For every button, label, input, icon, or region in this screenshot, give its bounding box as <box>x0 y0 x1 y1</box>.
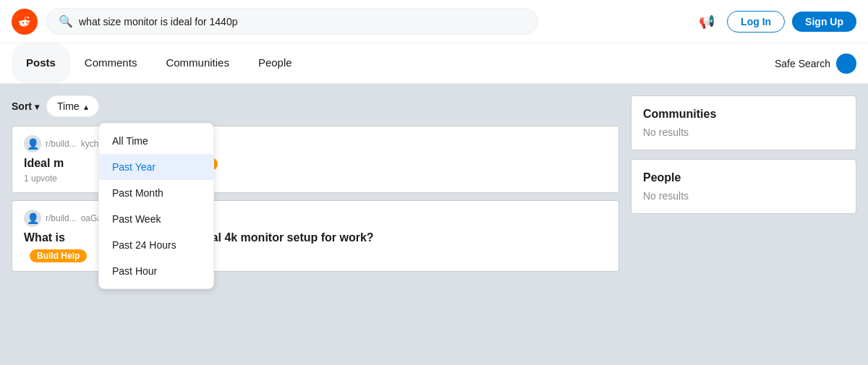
dropdown-item-all-time[interactable]: All Time <box>99 128 213 154</box>
safe-search-toggle[interactable]: Safe Search <box>775 53 856 74</box>
time-dropdown: All Time Past Year Past Month Past Week … <box>98 123 214 289</box>
reddit-logo[interactable] <box>12 9 38 35</box>
sidebar-people-card: People No results <box>631 159 856 214</box>
safe-search-label: Safe Search <box>775 58 830 69</box>
tab-comments[interactable]: Comments <box>70 43 152 83</box>
dropdown-item-past-hour[interactable]: Past Hour <box>99 258 213 284</box>
time-filter-button[interactable]: Time <box>46 95 99 117</box>
sidebar-people-title: People <box>643 171 844 184</box>
post-tag: Build Help <box>30 249 87 262</box>
post-subreddit: r/build... <box>46 139 77 149</box>
sidebar-communities-card: Communities No results <box>631 95 856 150</box>
sidebar: Communities No results People No results <box>631 95 856 279</box>
time-chevron-icon <box>84 100 88 112</box>
main-content: Sort Time All Time Past Year Past Month … <box>0 84 868 291</box>
search-icon: 🔍 <box>59 14 73 28</box>
sidebar-communities-title: Communities <box>643 108 844 121</box>
dropdown-item-past-year[interactable]: Past Year <box>99 154 213 180</box>
subreddit-icon: 👤 <box>24 135 41 153</box>
search-input[interactable] <box>79 16 526 27</box>
sidebar-communities-empty: No results <box>643 126 844 138</box>
header-right: 📢 Log In Sign Up <box>694 9 856 35</box>
safe-search-circle <box>836 53 856 74</box>
dropdown-item-past-month[interactable]: Past Month <box>99 180 213 206</box>
search-bar[interactable]: 🔍 <box>46 8 538 35</box>
sort-chevron-icon <box>35 100 39 112</box>
notification-icon[interactable]: 📢 <box>694 9 720 35</box>
tab-communities[interactable]: Communities <box>151 43 244 83</box>
tab-people[interactable]: People <box>244 43 307 83</box>
signup-button[interactable]: Sign Up <box>792 12 856 32</box>
sort-button[interactable]: Sort <box>12 100 39 112</box>
posts-column: Sort Time All Time Past Year Past Month … <box>12 95 619 279</box>
sort-row: Sort Time All Time Past Year Past Month … <box>12 95 619 117</box>
tab-posts[interactable]: Posts <box>12 43 70 83</box>
dropdown-item-past-week[interactable]: Past Week <box>99 206 213 232</box>
login-button[interactable]: Log In <box>727 11 785 33</box>
subreddit-icon: 👤 <box>24 210 41 227</box>
dropdown-item-past-24-hours[interactable]: Past 24 Hours <box>99 232 213 258</box>
header: 🔍 📢 Log In Sign Up <box>0 0 868 43</box>
sidebar-people-empty: No results <box>643 190 844 202</box>
tab-bar: Posts Comments Communities People Safe S… <box>0 43 868 84</box>
post-subreddit: r/build... <box>46 213 77 223</box>
